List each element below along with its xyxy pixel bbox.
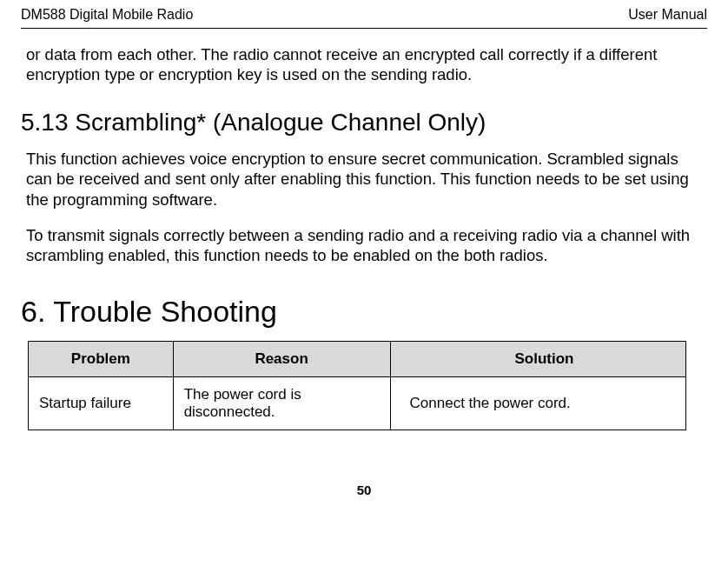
page-content: DM588 Digital Mobile Radio User Manual o… xyxy=(0,0,728,515)
page-header: DM588 Digital Mobile Radio User Manual xyxy=(21,7,707,28)
th-reason: Reason xyxy=(173,341,390,376)
troubleshooting-table: Problem Reason Solution Startup failure … xyxy=(28,341,686,430)
header-left: DM588 Digital Mobile Radio xyxy=(21,7,193,23)
header-right: User Manual xyxy=(628,7,707,23)
page-number: 50 xyxy=(357,483,372,497)
page-footer: 50 xyxy=(21,483,707,497)
td-reason: The power cord is disconnected. xyxy=(173,376,390,430)
header-rule xyxy=(21,28,707,29)
th-problem: Problem xyxy=(29,341,174,376)
section-513-para1: This function achieves voice encryption … xyxy=(21,149,707,209)
th-solution: Solution xyxy=(390,341,686,376)
heading-5-13: 5.13 Scrambling* (Analogue Channel Only) xyxy=(21,109,707,137)
heading-6: 6. Trouble Shooting xyxy=(21,295,707,329)
intro-paragraph: or data from each other. The radio canno… xyxy=(21,44,707,84)
section-513-para2: To transmit signals correctly between a … xyxy=(21,225,707,265)
td-problem: Startup failure xyxy=(29,376,174,430)
table-row: Startup failure The power cord is discon… xyxy=(29,376,686,430)
td-solution: Connect the power cord. xyxy=(390,376,686,430)
table-header-row: Problem Reason Solution xyxy=(29,341,686,376)
